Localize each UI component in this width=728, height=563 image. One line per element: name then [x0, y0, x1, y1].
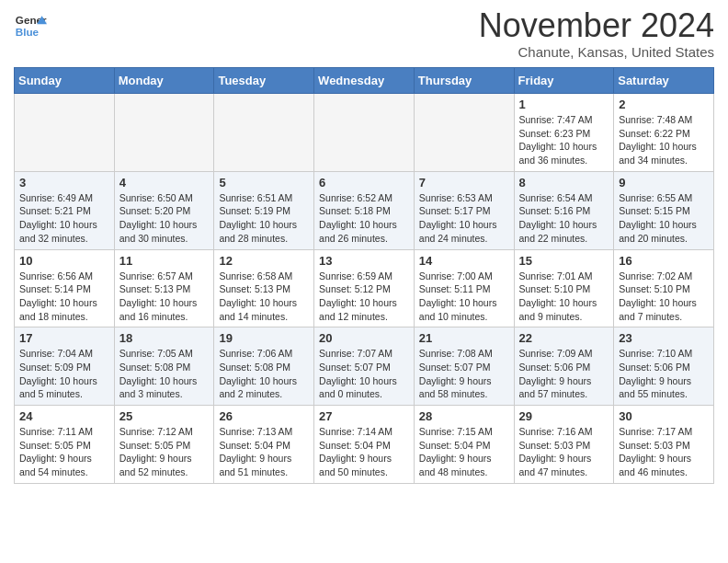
- day-info: Sunrise: 7:15 AMSunset: 5:04 PMDaylight:…: [419, 425, 509, 479]
- table-row: 9Sunrise: 6:55 AMSunset: 5:15 PMDaylight…: [614, 171, 714, 249]
- table-row: 21Sunrise: 7:08 AMSunset: 5:07 PMDayligh…: [414, 327, 514, 406]
- day-info: Sunrise: 7:48 AMSunset: 6:22 PMDaylight:…: [619, 113, 709, 167]
- table-row: [314, 94, 415, 172]
- day-number: 8: [519, 176, 609, 190]
- col-thursday: Thursday: [414, 68, 514, 94]
- table-row: [114, 94, 214, 172]
- day-number: 9: [619, 176, 709, 190]
- table-row: 7Sunrise: 6:53 AMSunset: 5:17 PMDaylight…: [414, 171, 514, 249]
- day-info: Sunrise: 6:57 AMSunset: 5:13 PMDaylight:…: [119, 270, 210, 324]
- day-info: Sunrise: 6:52 AMSunset: 5:18 PMDaylight:…: [319, 191, 409, 246]
- day-number: 28: [419, 409, 509, 423]
- table-row: 13Sunrise: 6:59 AMSunset: 5:12 PMDayligh…: [314, 249, 415, 327]
- day-info: Sunrise: 6:55 AMSunset: 5:15 PMDaylight:…: [619, 191, 709, 246]
- day-info: Sunrise: 7:07 AMSunset: 5:07 PMDaylight:…: [319, 347, 409, 401]
- day-number: 17: [19, 331, 109, 345]
- table-row: [15, 94, 115, 172]
- day-info: Sunrise: 7:14 AMSunset: 5:04 PMDaylight:…: [319, 425, 409, 479]
- day-info: Sunrise: 6:54 AMSunset: 5:16 PMDaylight:…: [519, 191, 609, 246]
- table-row: 25Sunrise: 7:12 AMSunset: 5:05 PMDayligh…: [114, 406, 214, 484]
- col-saturday: Saturday: [614, 68, 714, 94]
- day-number: 14: [419, 254, 509, 268]
- day-info: Sunrise: 6:50 AMSunset: 5:20 PMDaylight:…: [119, 191, 210, 246]
- day-info: Sunrise: 7:13 AMSunset: 5:04 PMDaylight:…: [219, 425, 309, 479]
- day-number: 24: [19, 409, 109, 423]
- day-number: 23: [619, 331, 709, 345]
- table-row: 20Sunrise: 7:07 AMSunset: 5:07 PMDayligh…: [314, 327, 415, 406]
- table-row: 11Sunrise: 6:57 AMSunset: 5:13 PMDayligh…: [114, 249, 214, 327]
- table-row: 22Sunrise: 7:09 AMSunset: 5:06 PMDayligh…: [514, 327, 614, 406]
- day-info: Sunrise: 6:49 AMSunset: 5:21 PMDaylight:…: [19, 191, 109, 246]
- day-info: Sunrise: 7:06 AMSunset: 5:08 PMDaylight:…: [219, 347, 309, 401]
- col-monday: Monday: [114, 68, 214, 94]
- table-row: 30Sunrise: 7:17 AMSunset: 5:03 PMDayligh…: [614, 406, 714, 484]
- calendar: Sunday Monday Tuesday Wednesday Thursday…: [14, 67, 714, 484]
- day-info: Sunrise: 7:04 AMSunset: 5:09 PMDaylight:…: [19, 347, 109, 401]
- day-number: 7: [419, 176, 509, 190]
- table-row: 8Sunrise: 6:54 AMSunset: 5:16 PMDaylight…: [514, 171, 614, 249]
- day-number: 6: [319, 176, 409, 190]
- day-number: 12: [219, 254, 309, 268]
- day-info: Sunrise: 6:56 AMSunset: 5:14 PMDaylight:…: [19, 270, 109, 324]
- day-number: 27: [319, 409, 409, 423]
- table-row: 29Sunrise: 7:16 AMSunset: 5:03 PMDayligh…: [514, 406, 614, 484]
- day-number: 16: [619, 254, 709, 268]
- day-info: Sunrise: 7:05 AMSunset: 5:08 PMDaylight:…: [119, 347, 210, 401]
- svg-text:Blue: Blue: [16, 26, 40, 38]
- day-info: Sunrise: 7:01 AMSunset: 5:10 PMDaylight:…: [519, 270, 609, 324]
- day-number: 25: [119, 409, 210, 423]
- day-number: 11: [119, 254, 210, 268]
- day-info: Sunrise: 7:10 AMSunset: 5:06 PMDaylight:…: [619, 347, 709, 401]
- header: General Blue November 2024 Chanute, Kans…: [14, 9, 714, 60]
- table-row: 5Sunrise: 6:51 AMSunset: 5:19 PMDaylight…: [214, 171, 314, 249]
- month-title: November 2024: [479, 9, 714, 42]
- day-info: Sunrise: 6:59 AMSunset: 5:12 PMDaylight:…: [319, 270, 409, 324]
- day-info: Sunrise: 7:02 AMSunset: 5:10 PMDaylight:…: [619, 270, 709, 324]
- table-row: [214, 94, 314, 172]
- day-number: 2: [619, 98, 709, 111]
- day-info: Sunrise: 7:47 AMSunset: 6:23 PMDaylight:…: [519, 113, 609, 167]
- day-number: 29: [519, 409, 609, 423]
- table-row: [414, 94, 514, 172]
- day-number: 22: [519, 331, 609, 345]
- day-number: 5: [219, 176, 309, 190]
- table-row: 6Sunrise: 6:52 AMSunset: 5:18 PMDaylight…: [314, 171, 415, 249]
- col-friday: Friday: [514, 68, 614, 94]
- day-info: Sunrise: 7:17 AMSunset: 5:03 PMDaylight:…: [619, 425, 709, 479]
- table-row: 14Sunrise: 7:00 AMSunset: 5:11 PMDayligh…: [414, 249, 514, 327]
- day-number: 3: [19, 176, 109, 190]
- day-info: Sunrise: 7:08 AMSunset: 5:07 PMDaylight:…: [419, 347, 509, 401]
- day-info: Sunrise: 7:09 AMSunset: 5:06 PMDaylight:…: [519, 347, 609, 401]
- day-number: 4: [119, 176, 210, 190]
- table-row: 28Sunrise: 7:15 AMSunset: 5:04 PMDayligh…: [414, 406, 514, 484]
- table-row: 18Sunrise: 7:05 AMSunset: 5:08 PMDayligh…: [114, 327, 214, 406]
- table-row: 1Sunrise: 7:47 AMSunset: 6:23 PMDaylight…: [514, 94, 614, 172]
- day-info: Sunrise: 6:53 AMSunset: 5:17 PMDaylight:…: [419, 191, 509, 246]
- table-row: 12Sunrise: 6:58 AMSunset: 5:13 PMDayligh…: [214, 249, 314, 327]
- table-row: 16Sunrise: 7:02 AMSunset: 5:10 PMDayligh…: [614, 249, 714, 327]
- table-row: 24Sunrise: 7:11 AMSunset: 5:05 PMDayligh…: [15, 406, 115, 484]
- col-wednesday: Wednesday: [314, 68, 415, 94]
- day-info: Sunrise: 7:16 AMSunset: 5:03 PMDaylight:…: [519, 425, 609, 479]
- day-number: 13: [319, 254, 409, 268]
- col-tuesday: Tuesday: [214, 68, 314, 94]
- day-number: 1: [519, 98, 609, 111]
- day-info: Sunrise: 7:00 AMSunset: 5:11 PMDaylight:…: [419, 270, 509, 324]
- day-number: 18: [119, 331, 210, 345]
- day-info: Sunrise: 7:11 AMSunset: 5:05 PMDaylight:…: [19, 425, 109, 479]
- table-row: 27Sunrise: 7:14 AMSunset: 5:04 PMDayligh…: [314, 406, 415, 484]
- table-row: 3Sunrise: 6:49 AMSunset: 5:21 PMDaylight…: [15, 171, 115, 249]
- table-row: 15Sunrise: 7:01 AMSunset: 5:10 PMDayligh…: [514, 249, 614, 327]
- day-number: 21: [419, 331, 509, 345]
- table-row: 26Sunrise: 7:13 AMSunset: 5:04 PMDayligh…: [214, 406, 314, 484]
- day-number: 30: [619, 409, 709, 423]
- table-row: 10Sunrise: 6:56 AMSunset: 5:14 PMDayligh…: [15, 249, 115, 327]
- table-row: 19Sunrise: 7:06 AMSunset: 5:08 PMDayligh…: [214, 327, 314, 406]
- day-number: 20: [319, 331, 409, 345]
- location-title: Chanute, Kansas, United States: [479, 44, 714, 60]
- day-number: 19: [219, 331, 309, 345]
- day-info: Sunrise: 6:58 AMSunset: 5:13 PMDaylight:…: [219, 270, 309, 324]
- table-row: 4Sunrise: 6:50 AMSunset: 5:20 PMDaylight…: [114, 171, 214, 249]
- table-row: 2Sunrise: 7:48 AMSunset: 6:22 PMDaylight…: [614, 94, 714, 172]
- day-number: 10: [19, 254, 109, 268]
